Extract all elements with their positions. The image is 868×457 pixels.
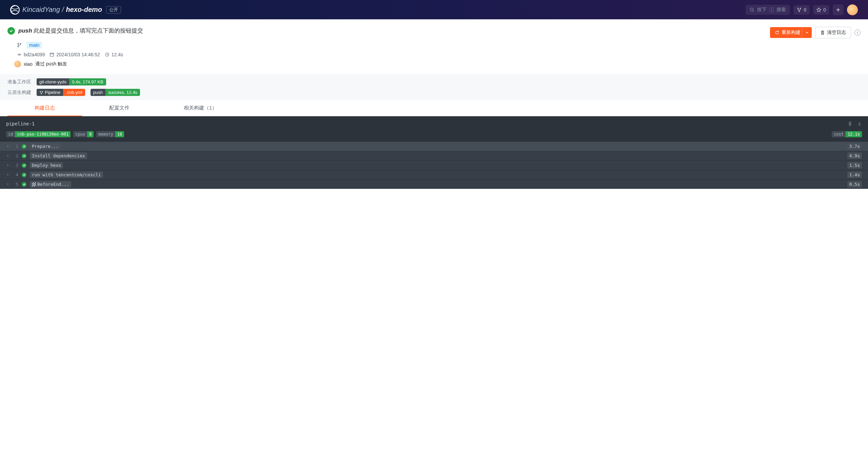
search-hint-left: 按下 bbox=[757, 7, 767, 13]
pipeline-meta: id cnb-pso-1i98i39eo-001 cpus 8 memory 1… bbox=[0, 129, 868, 141]
push-result-tag[interactable]: push success, 12.4s bbox=[91, 89, 140, 96]
rebuild-dropdown[interactable] bbox=[802, 27, 812, 38]
star-button[interactable]: 0 bbox=[813, 5, 829, 15]
step-duration: 4.9s bbox=[847, 153, 862, 159]
step-row[interactable]: 4 run with tencentcom/coscli 1.4s bbox=[0, 170, 868, 179]
phase-section: 准备工作区 git-clone-yyds 0.4s, 174.97 KB 云原生… bbox=[0, 74, 868, 100]
commit-sha: bd2a4099 bbox=[24, 52, 45, 57]
build-duration: 12.4s bbox=[112, 52, 123, 57]
step-status-success-icon bbox=[22, 163, 26, 168]
tab-related-builds[interactable]: 相关构建（1） bbox=[157, 100, 244, 116]
svg-point-3 bbox=[800, 8, 801, 9]
trigger-row: xiao 通过 push 触发 bbox=[14, 61, 861, 67]
logo-icon[interactable] bbox=[10, 5, 20, 15]
build-header: push 此处是提交信息，填写完点下面的按钮提交 重新构建 清空日志 i bbox=[0, 19, 868, 42]
pipeline-cpus-tag: cpus 8 bbox=[73, 131, 94, 137]
git-clone-tag[interactable]: git-clone-yyds 0.4s, 174.97 KB bbox=[37, 78, 106, 85]
commit-row: bd2a4099 2024/10/03 14:46:52 12.4s bbox=[17, 52, 861, 57]
commit-icon bbox=[17, 52, 22, 57]
info-icon[interactable]: i bbox=[854, 29, 861, 36]
tabs: 构建日志 配置文件 相关构建（1） bbox=[0, 100, 868, 116]
download-icon[interactable] bbox=[857, 121, 862, 126]
svg-point-7 bbox=[18, 46, 19, 47]
pipeline-tag[interactable]: Pipeline .cnb.yml bbox=[37, 89, 85, 96]
pipeline-tag-file: .cnb.yml bbox=[63, 89, 85, 96]
build-event: push bbox=[18, 27, 32, 34]
build-title: push 此处是提交信息，填写完点下面的按钮提交 bbox=[18, 27, 143, 35]
branch-row: main bbox=[17, 42, 861, 48]
svg-point-2 bbox=[798, 8, 799, 9]
pipeline-id-value: cnb-pso-1i98i39eo-001 bbox=[15, 131, 71, 137]
phase-prepare: 准备工作区 git-clone-yyds 0.4s, 174.97 KB bbox=[7, 78, 861, 85]
pipeline-cost-label: cost bbox=[832, 131, 846, 137]
pipeline-memory-tag: memory 16 bbox=[96, 131, 124, 137]
user-avatar[interactable] bbox=[847, 4, 858, 15]
rebuild-button[interactable]: 重新构建 bbox=[770, 27, 805, 38]
step-row[interactable]: 2 Install dependencies 4.9s bbox=[0, 151, 868, 160]
pipeline-tags-left: id cnb-pso-1i98i39eo-001 cpus 8 memory 1… bbox=[6, 131, 124, 137]
duration-item: 12.4s bbox=[105, 52, 123, 57]
phase-build: 云原生构建 Pipeline .cnb.yml push success, 12… bbox=[7, 89, 861, 96]
create-button[interactable] bbox=[833, 4, 844, 15]
svg-point-8 bbox=[19, 54, 20, 55]
expand-icon[interactable] bbox=[848, 121, 852, 126]
flag-icon bbox=[32, 182, 36, 186]
search-input[interactable]: 按下 / 搜索 bbox=[746, 5, 790, 15]
chevron-right-icon[interactable] bbox=[6, 172, 10, 177]
breadcrumb-owner[interactable]: KincaidYang bbox=[22, 6, 60, 14]
git-clone-tag-stats: 0.4s, 174.97 KB bbox=[69, 78, 106, 85]
calendar-icon bbox=[50, 52, 54, 57]
step-status-success-icon bbox=[22, 144, 26, 149]
plus-icon bbox=[836, 7, 841, 12]
pipeline-tag-name: Pipeline bbox=[37, 89, 63, 96]
chevron-down-icon bbox=[805, 31, 809, 35]
branch-icon bbox=[17, 43, 22, 47]
star-count: 0 bbox=[823, 7, 826, 13]
step-status-success-icon bbox=[22, 154, 26, 158]
search-icon bbox=[750, 7, 754, 12]
clear-log-label: 清空日志 bbox=[827, 29, 846, 36]
pipeline-header: pipeline-1 bbox=[0, 116, 868, 129]
tab-build-log[interactable]: 构建日志 bbox=[7, 100, 82, 116]
step-number: 3 bbox=[14, 163, 18, 168]
step-name: Prepare... bbox=[30, 143, 60, 150]
branch-pill[interactable]: main bbox=[26, 42, 42, 48]
step-number: 1 bbox=[14, 144, 18, 149]
pipeline-panel: pipeline-1 id cnb-pso-1i98i39eo-001 cpus… bbox=[0, 116, 868, 189]
trigger-avatar[interactable] bbox=[14, 61, 21, 67]
status-success-icon bbox=[7, 27, 15, 35]
visibility-badge: 公开 bbox=[106, 6, 121, 14]
pipeline-memory-label: memory bbox=[96, 131, 115, 137]
push-tag-result: success, 12.4s bbox=[105, 89, 140, 96]
breadcrumb-repo[interactable]: hexo-demo bbox=[66, 6, 102, 14]
svg-point-12 bbox=[42, 91, 43, 92]
step-row[interactable]: 1 Prepare... 3.7s bbox=[0, 141, 868, 151]
chevron-right-icon[interactable] bbox=[6, 163, 10, 168]
chevron-right-icon[interactable] bbox=[6, 153, 10, 158]
chevron-right-icon[interactable] bbox=[6, 182, 10, 187]
step-duration: 0.5s bbox=[847, 181, 862, 187]
step-number: 4 bbox=[14, 172, 18, 177]
clear-log-button[interactable]: 清空日志 bbox=[815, 27, 851, 38]
commit-sha-item[interactable]: bd2a4099 bbox=[17, 52, 45, 57]
svg-point-5 bbox=[18, 43, 19, 44]
git-clone-tag-name: git-clone-yyds bbox=[37, 78, 69, 85]
step-name: Deploy hexo bbox=[30, 162, 63, 168]
push-tag-name: push bbox=[91, 89, 105, 96]
step-duration: 1.4s bbox=[847, 172, 862, 178]
step-duration: 1.5s bbox=[847, 162, 862, 168]
svg-point-13 bbox=[41, 93, 42, 94]
pipeline-icon bbox=[39, 91, 43, 95]
datetime-item: 2024/10/03 14:46:52 bbox=[50, 52, 100, 57]
phase-prepare-label: 准备工作区 bbox=[7, 79, 31, 85]
svg-point-11 bbox=[40, 91, 41, 92]
fork-button[interactable]: 0 bbox=[793, 5, 810, 15]
svg-point-6 bbox=[20, 43, 21, 44]
pipeline-id-label: id bbox=[6, 131, 15, 137]
breadcrumb: KincaidYang / hexo-demo 公开 bbox=[22, 6, 121, 14]
trigger-user[interactable]: xiao bbox=[24, 61, 33, 67]
step-row[interactable]: 3 Deploy hexo 1.5s bbox=[0, 160, 868, 170]
step-row[interactable]: 5 BeforeEnd... 0.5s bbox=[0, 179, 868, 189]
tab-config-file[interactable]: 配置文件 bbox=[82, 100, 157, 116]
chevron-right-icon[interactable] bbox=[6, 144, 10, 149]
